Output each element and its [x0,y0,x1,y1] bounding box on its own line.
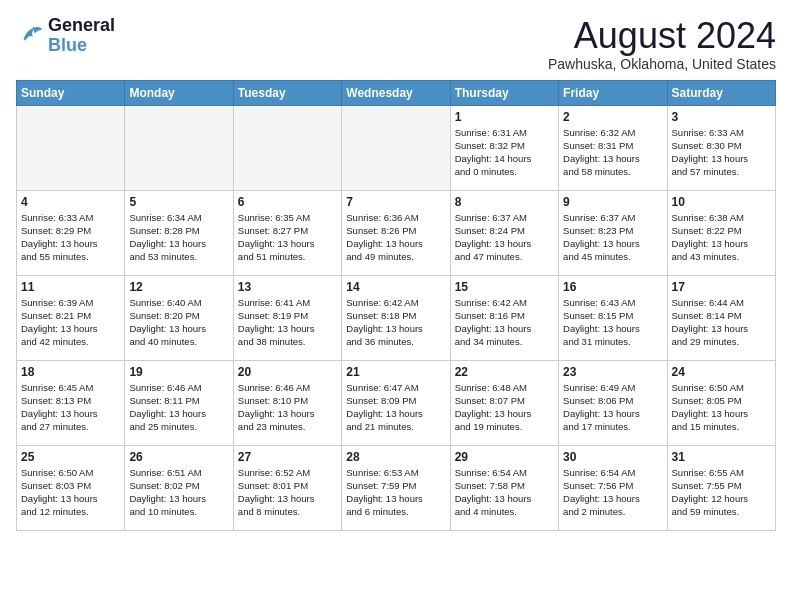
day-info: Sunrise: 6:53 AMSunset: 7:59 PMDaylight:… [346,466,445,519]
calendar-cell: 1Sunrise: 6:31 AMSunset: 8:32 PMDaylight… [450,105,558,190]
day-info: Sunrise: 6:42 AMSunset: 8:16 PMDaylight:… [455,296,554,349]
day-number: 15 [455,280,554,294]
calendar-cell: 15Sunrise: 6:42 AMSunset: 8:16 PMDayligh… [450,275,558,360]
day-number: 12 [129,280,228,294]
calendar-cell: 5Sunrise: 6:34 AMSunset: 8:28 PMDaylight… [125,190,233,275]
day-number: 4 [21,195,120,209]
day-info: Sunrise: 6:42 AMSunset: 8:18 PMDaylight:… [346,296,445,349]
day-info: Sunrise: 6:37 AMSunset: 8:24 PMDaylight:… [455,211,554,264]
day-number: 26 [129,450,228,464]
calendar-cell: 19Sunrise: 6:46 AMSunset: 8:11 PMDayligh… [125,360,233,445]
day-number: 9 [563,195,662,209]
calendar-cell: 21Sunrise: 6:47 AMSunset: 8:09 PMDayligh… [342,360,450,445]
day-number: 16 [563,280,662,294]
day-info: Sunrise: 6:49 AMSunset: 8:06 PMDaylight:… [563,381,662,434]
weekday-header-row: SundayMondayTuesdayWednesdayThursdayFrid… [17,80,776,105]
logo: General Blue [16,16,115,56]
day-info: Sunrise: 6:55 AMSunset: 7:55 PMDaylight:… [672,466,771,519]
day-number: 22 [455,365,554,379]
day-info: Sunrise: 6:43 AMSunset: 8:15 PMDaylight:… [563,296,662,349]
day-info: Sunrise: 6:38 AMSunset: 8:22 PMDaylight:… [672,211,771,264]
day-info: Sunrise: 6:31 AMSunset: 8:32 PMDaylight:… [455,126,554,179]
day-number: 3 [672,110,771,124]
calendar-cell: 3Sunrise: 6:33 AMSunset: 8:30 PMDaylight… [667,105,775,190]
day-number: 23 [563,365,662,379]
calendar-week-row: 4Sunrise: 6:33 AMSunset: 8:29 PMDaylight… [17,190,776,275]
calendar-cell: 16Sunrise: 6:43 AMSunset: 8:15 PMDayligh… [559,275,667,360]
day-number: 8 [455,195,554,209]
day-number: 30 [563,450,662,464]
day-info: Sunrise: 6:46 AMSunset: 8:11 PMDaylight:… [129,381,228,434]
calendar-cell: 6Sunrise: 6:35 AMSunset: 8:27 PMDaylight… [233,190,341,275]
day-info: Sunrise: 6:35 AMSunset: 8:27 PMDaylight:… [238,211,337,264]
day-number: 14 [346,280,445,294]
day-number: 28 [346,450,445,464]
calendar-table: SundayMondayTuesdayWednesdayThursdayFrid… [16,80,776,531]
title-block: August 2024 Pawhuska, Oklahoma, United S… [548,16,776,72]
day-info: Sunrise: 6:34 AMSunset: 8:28 PMDaylight:… [129,211,228,264]
day-info: Sunrise: 6:39 AMSunset: 8:21 PMDaylight:… [21,296,120,349]
day-number: 25 [21,450,120,464]
day-info: Sunrise: 6:50 AMSunset: 8:05 PMDaylight:… [672,381,771,434]
day-number: 2 [563,110,662,124]
calendar-cell: 25Sunrise: 6:50 AMSunset: 8:03 PMDayligh… [17,445,125,530]
day-number: 6 [238,195,337,209]
page-header: General Blue August 2024 Pawhuska, Oklah… [16,16,776,72]
calendar-cell [17,105,125,190]
day-info: Sunrise: 6:33 AMSunset: 8:30 PMDaylight:… [672,126,771,179]
day-number: 21 [346,365,445,379]
weekday-header-wednesday: Wednesday [342,80,450,105]
day-info: Sunrise: 6:32 AMSunset: 8:31 PMDaylight:… [563,126,662,179]
day-number: 19 [129,365,228,379]
calendar-week-row: 18Sunrise: 6:45 AMSunset: 8:13 PMDayligh… [17,360,776,445]
calendar-cell: 26Sunrise: 6:51 AMSunset: 8:02 PMDayligh… [125,445,233,530]
calendar-week-row: 25Sunrise: 6:50 AMSunset: 8:03 PMDayligh… [17,445,776,530]
calendar-cell: 2Sunrise: 6:32 AMSunset: 8:31 PMDaylight… [559,105,667,190]
calendar-cell: 20Sunrise: 6:46 AMSunset: 8:10 PMDayligh… [233,360,341,445]
calendar-cell: 10Sunrise: 6:38 AMSunset: 8:22 PMDayligh… [667,190,775,275]
weekday-header-saturday: Saturday [667,80,775,105]
calendar-cell: 29Sunrise: 6:54 AMSunset: 7:58 PMDayligh… [450,445,558,530]
weekday-header-monday: Monday [125,80,233,105]
calendar-cell: 7Sunrise: 6:36 AMSunset: 8:26 PMDaylight… [342,190,450,275]
calendar-cell: 8Sunrise: 6:37 AMSunset: 8:24 PMDaylight… [450,190,558,275]
calendar-cell: 27Sunrise: 6:52 AMSunset: 8:01 PMDayligh… [233,445,341,530]
calendar-cell: 23Sunrise: 6:49 AMSunset: 8:06 PMDayligh… [559,360,667,445]
day-number: 29 [455,450,554,464]
calendar-cell: 22Sunrise: 6:48 AMSunset: 8:07 PMDayligh… [450,360,558,445]
day-number: 24 [672,365,771,379]
logo-text: General Blue [48,16,115,56]
calendar-subtitle: Pawhuska, Oklahoma, United States [548,56,776,72]
calendar-week-row: 1Sunrise: 6:31 AMSunset: 8:32 PMDaylight… [17,105,776,190]
day-info: Sunrise: 6:47 AMSunset: 8:09 PMDaylight:… [346,381,445,434]
day-number: 17 [672,280,771,294]
day-info: Sunrise: 6:37 AMSunset: 8:23 PMDaylight:… [563,211,662,264]
day-info: Sunrise: 6:50 AMSunset: 8:03 PMDaylight:… [21,466,120,519]
calendar-cell: 11Sunrise: 6:39 AMSunset: 8:21 PMDayligh… [17,275,125,360]
day-info: Sunrise: 6:33 AMSunset: 8:29 PMDaylight:… [21,211,120,264]
calendar-cell: 12Sunrise: 6:40 AMSunset: 8:20 PMDayligh… [125,275,233,360]
calendar-cell: 24Sunrise: 6:50 AMSunset: 8:05 PMDayligh… [667,360,775,445]
weekday-header-friday: Friday [559,80,667,105]
day-info: Sunrise: 6:40 AMSunset: 8:20 PMDaylight:… [129,296,228,349]
day-number: 20 [238,365,337,379]
day-info: Sunrise: 6:54 AMSunset: 7:58 PMDaylight:… [455,466,554,519]
calendar-cell: 4Sunrise: 6:33 AMSunset: 8:29 PMDaylight… [17,190,125,275]
day-info: Sunrise: 6:44 AMSunset: 8:14 PMDaylight:… [672,296,771,349]
day-info: Sunrise: 6:48 AMSunset: 8:07 PMDaylight:… [455,381,554,434]
calendar-cell [233,105,341,190]
calendar-cell: 28Sunrise: 6:53 AMSunset: 7:59 PMDayligh… [342,445,450,530]
calendar-week-row: 11Sunrise: 6:39 AMSunset: 8:21 PMDayligh… [17,275,776,360]
calendar-cell [125,105,233,190]
day-number: 5 [129,195,228,209]
calendar-cell: 31Sunrise: 6:55 AMSunset: 7:55 PMDayligh… [667,445,775,530]
day-info: Sunrise: 6:41 AMSunset: 8:19 PMDaylight:… [238,296,337,349]
day-info: Sunrise: 6:46 AMSunset: 8:10 PMDaylight:… [238,381,337,434]
weekday-header-thursday: Thursday [450,80,558,105]
day-info: Sunrise: 6:52 AMSunset: 8:01 PMDaylight:… [238,466,337,519]
day-info: Sunrise: 6:54 AMSunset: 7:56 PMDaylight:… [563,466,662,519]
weekday-header-tuesday: Tuesday [233,80,341,105]
day-info: Sunrise: 6:45 AMSunset: 8:13 PMDaylight:… [21,381,120,434]
logo-bird-icon [16,22,44,50]
calendar-cell [342,105,450,190]
